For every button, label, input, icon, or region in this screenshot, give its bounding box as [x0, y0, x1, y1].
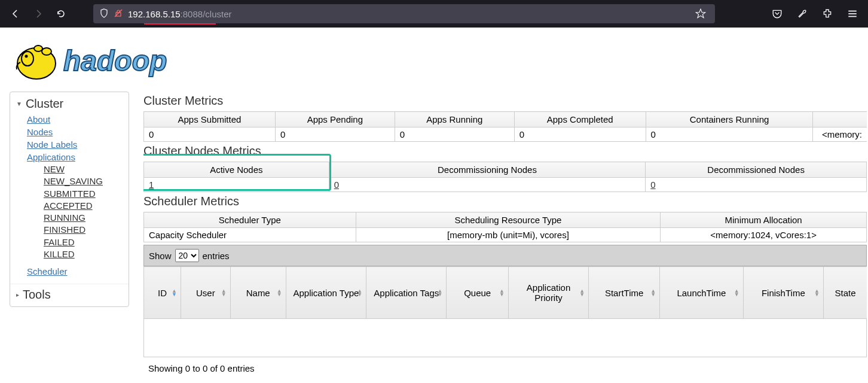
svg-point-7 [25, 55, 28, 58]
extensions-icon[interactable] [819, 5, 836, 22]
sidebar-link-node-labels[interactable]: Node Labels [27, 138, 129, 151]
sidebar-appstate-submitted[interactable]: SUBMITTED [44, 188, 129, 200]
sidebar-section-label: Cluster [26, 97, 63, 111]
cluster-metrics-title: Cluster Metrics [143, 94, 868, 108]
menu-icon[interactable] [844, 5, 861, 22]
sidebar-section-cluster[interactable]: ▼ Cluster [10, 96, 129, 112]
col-name[interactable]: Name▲▼ [230, 267, 286, 319]
url-highlight [144, 23, 216, 25]
col-user[interactable]: User▲▼ [181, 267, 231, 319]
sidebar-section-tools[interactable]: ▸ Tools [10, 284, 129, 303]
sidebar-appstate-new[interactable]: NEW [44, 163, 129, 175]
sidebar-appstate-running[interactable]: RUNNING [44, 212, 129, 224]
col-app-priority[interactable]: Application Priority▲▼ [508, 267, 588, 319]
svg-point-9 [34, 45, 42, 51]
sidebar-appstate-failed[interactable]: FAILED [44, 236, 129, 248]
lock-insecure-icon [114, 8, 123, 20]
col-overflow [813, 112, 867, 127]
bookmark-star-icon[interactable] [692, 5, 709, 22]
browser-right-icons [769, 5, 861, 22]
datatable-controls: Show 20 entries [143, 245, 867, 266]
col-scheduler-type[interactable]: Scheduler Type [144, 212, 356, 228]
col-containers-running[interactable]: Containers Running [646, 112, 813, 127]
applications-table-body [143, 319, 867, 357]
val-decommissioned-nodes: 0 [646, 178, 867, 192]
sidebar-link-scheduler[interactable]: Scheduler [27, 265, 68, 278]
sidebar-appstate-finished[interactable]: FINISHED [44, 224, 129, 236]
pocket-icon[interactable] [769, 5, 786, 22]
val-apps-completed: 0 [514, 127, 646, 142]
sidebar-link-applications[interactable]: Applications [27, 151, 129, 163]
scheduler-metrics-title: Scheduler Metrics [143, 194, 868, 208]
svg-text:hadoop: hadoop [63, 45, 167, 77]
col-apps-completed[interactable]: Apps Completed [514, 112, 646, 127]
val-scheduler-type: Capacity Scheduler [144, 228, 356, 242]
col-launchtime[interactable]: LaunchTime▲▼ [660, 267, 744, 319]
svg-point-8 [42, 48, 51, 55]
shield-icon [99, 8, 109, 20]
col-finishtime[interactable]: FinishTime▲▼ [743, 267, 823, 319]
cluster-metrics-table: Apps Submitted Apps Pending Apps Running… [143, 111, 867, 142]
svg-point-6 [22, 51, 33, 66]
val-scheduling-resource-type: [memory-mb (unit=Mi), vcores] [356, 228, 661, 242]
val-decommissioning-nodes: 0 [329, 178, 646, 192]
page-size-select[interactable]: 20 [175, 249, 199, 262]
sidebar-section-label: Tools [23, 288, 51, 302]
val-overflow: <memory: [813, 127, 867, 142]
forward-button[interactable] [30, 5, 47, 22]
sidebar-link-about[interactable]: About [27, 113, 129, 126]
col-scheduling-resource-type[interactable]: Scheduling Resource Type [356, 212, 661, 228]
nodes-metrics-title: Cluster Nodes Metrics [143, 144, 868, 158]
col-apps-running[interactable]: Apps Running [395, 112, 514, 127]
chevron-down-icon: ▼ [16, 101, 22, 107]
browser-toolbar: 192.168.5.15:8088/cluster [0, 0, 868, 28]
scheduler-metrics-table: Scheduler Type Scheduling Resource Type … [143, 212, 867, 242]
col-min-allocation[interactable]: Minimum Allocation [661, 212, 867, 228]
col-app-type[interactable]: Application Type▲▼ [286, 267, 366, 319]
nodes-metrics-table: Active Nodes Decommissioning Nodes Decom… [143, 162, 867, 192]
val-active-nodes: 1 [144, 178, 329, 192]
sidebar-appstate-new-saving[interactable]: NEW_SAVING [44, 175, 129, 187]
show-label: Show [149, 251, 172, 261]
col-decommissioning-nodes[interactable]: Decommissioning Nodes [329, 162, 646, 178]
col-state[interactable]: State [824, 267, 867, 319]
applications-table: ID▲▼ User▲▼ Name▲▼ Application Type▲▼ Ap… [143, 266, 867, 319]
decommissioning-nodes-link[interactable]: 0 [334, 180, 339, 190]
col-decommissioned-nodes[interactable]: Decommissioned Nodes [646, 162, 867, 178]
entries-label: entries [203, 251, 230, 261]
active-nodes-link[interactable]: 1 [149, 180, 154, 190]
val-apps-running: 0 [395, 127, 514, 142]
sidebar-link-nodes[interactable]: Nodes [27, 126, 129, 138]
datatable-info: Showing 0 to 0 of 0 entries [143, 357, 867, 379]
col-starttime[interactable]: StartTime▲▼ [589, 267, 660, 319]
val-apps-pending: 0 [275, 127, 395, 142]
url-text: 192.168.5.15:8088/cluster [128, 9, 232, 19]
col-apps-pending[interactable]: Apps Pending [275, 112, 395, 127]
col-active-nodes[interactable]: Active Nodes [144, 162, 329, 178]
col-queue[interactable]: Queue▲▼ [447, 267, 508, 319]
val-min-allocation: <memory:1024, vCores:1> [661, 228, 867, 242]
decommissioned-nodes-link[interactable]: 0 [650, 180, 655, 190]
url-bar[interactable]: 192.168.5.15:8088/cluster [93, 4, 715, 23]
sidebar: ▼ Cluster About Nodes Node Labels Applic… [10, 92, 129, 307]
reload-button[interactable] [53, 5, 69, 22]
sidebar-appstate-accepted[interactable]: ACCEPTED [44, 200, 129, 212]
wrench-icon[interactable] [794, 5, 811, 22]
val-containers-running: 0 [646, 127, 813, 142]
chevron-right-icon: ▸ [16, 291, 19, 298]
val-apps-submitted: 0 [144, 127, 276, 142]
hadoop-logo: hadoop [10, 34, 868, 86]
col-app-tags[interactable]: Application Tags▲▼ [366, 267, 447, 319]
back-button[interactable] [7, 5, 24, 22]
sidebar-appstate-killed[interactable]: KILLED [44, 248, 129, 260]
col-apps-submitted[interactable]: Apps Submitted [144, 112, 276, 127]
col-id[interactable]: ID▲▼ [144, 267, 181, 319]
